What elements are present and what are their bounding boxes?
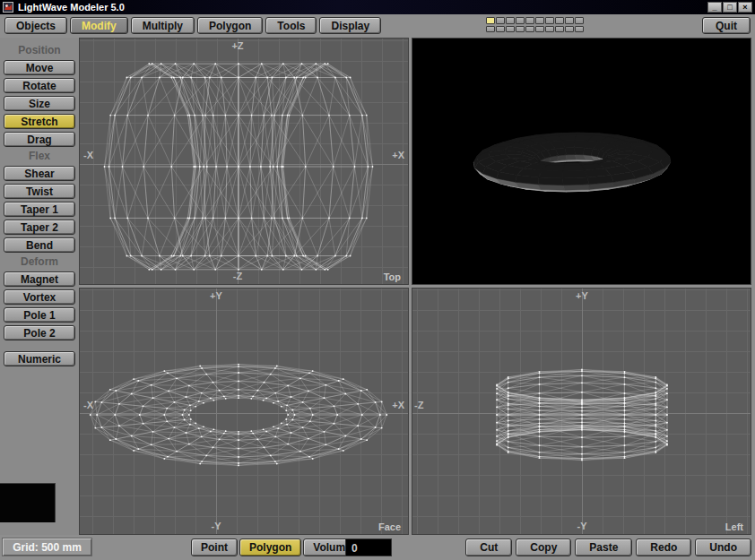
layer-button[interactable]	[486, 26, 495, 32]
menubar: ObjectsModifyMultiplyPolygonToolsDisplay…	[0, 14, 755, 38]
tab-display[interactable]: Display	[319, 17, 381, 34]
layer-row	[486, 26, 584, 32]
menu-tabs: ObjectsModifyMultiplyPolygonToolsDisplay	[4, 17, 381, 34]
axis-label-minus-y: -Y	[212, 521, 221, 531]
axis-label-plus-y: +Y	[576, 290, 588, 301]
tool-magnet[interactable]: Magnet	[4, 271, 75, 287]
layer-button[interactable]	[555, 17, 564, 24]
wireframe-top-view	[80, 39, 408, 284]
close-button[interactable]: ×	[738, 2, 752, 13]
tool-vortex[interactable]: Vortex	[4, 289, 75, 305]
app-window: LightWave Modeler 5.0 _ □ × ObjectsModif…	[0, 0, 755, 560]
tool-shear[interactable]: Shear	[4, 166, 75, 181]
layer-button[interactable]	[535, 17, 544, 24]
axis-label-minus-x: -X	[83, 400, 93, 410]
titlebar: LightWave Modeler 5.0 _ □ ×	[0, 0, 755, 14]
tool-pole-2[interactable]: Pole 2	[4, 325, 75, 340]
wireframe-left-view	[412, 289, 751, 534]
window-title: LightWave Modeler 5.0	[18, 0, 125, 14]
tab-tools[interactable]: Tools	[265, 17, 317, 34]
grid-label: Grid: 500 mm	[13, 541, 82, 554]
viewport-name-top: Top	[384, 271, 401, 282]
tab-multiply[interactable]: Multiply	[131, 17, 195, 34]
tool-twist[interactable]: Twist	[4, 184, 75, 199]
layer-button[interactable]	[525, 26, 534, 32]
tool-rotate[interactable]: Rotate	[4, 78, 75, 93]
tool-pole-1[interactable]: Pole 1	[4, 307, 75, 323]
maximize-button[interactable]: □	[723, 2, 737, 13]
viewport-area: +Z -X +X -Z Top +Y -X +X -Y Face +Y -Z -…	[79, 38, 751, 535]
axis-label-plus-x: +X	[392, 400, 404, 410]
app-icon	[3, 2, 13, 13]
tab-polygon[interactable]: Polygon	[197, 17, 263, 34]
numeric-field[interactable]: 0	[345, 538, 392, 556]
layer-bank	[486, 17, 584, 32]
action-cut[interactable]: Cut	[465, 538, 512, 556]
quit-button[interactable]: Quit	[702, 17, 751, 34]
shaded-preview-render	[412, 39, 751, 284]
axis-label-plus-z: +Z	[231, 40, 243, 51]
numeric-button[interactable]: Numeric	[4, 351, 75, 366]
layer-button[interactable]	[486, 17, 495, 24]
action-paste[interactable]: Paste	[575, 538, 632, 556]
statusbar: Grid: 500 mm PointPolygonVolume 0 CutCop…	[0, 535, 755, 560]
tool-taper-2[interactable]: Taper 2	[4, 220, 75, 235]
layer-button[interactable]	[565, 17, 574, 24]
viewport-preview[interactable]	[412, 38, 751, 285]
layer-button[interactable]	[516, 26, 525, 32]
window-controls: _ □ ×	[707, 2, 752, 13]
action-redo[interactable]: Redo	[636, 538, 691, 556]
layer-button[interactable]	[496, 26, 505, 32]
minimize-button[interactable]: _	[707, 2, 722, 13]
layer-button[interactable]	[575, 17, 584, 24]
layer-button[interactable]	[506, 26, 515, 32]
wireframe-face-view	[80, 289, 408, 534]
layer-button[interactable]	[555, 26, 564, 32]
tool-drag[interactable]: Drag	[4, 132, 75, 147]
tool-bend[interactable]: Bend	[4, 237, 75, 253]
layer-button[interactable]	[545, 26, 554, 32]
action-buttons: CutCopyPasteRedoUndo	[465, 538, 751, 556]
axis-label-minus-z: -Z	[233, 271, 242, 281]
mode-point[interactable]: Point	[191, 538, 238, 556]
tool-stretch[interactable]: Stretch	[4, 114, 75, 129]
mini-preview-box	[0, 483, 56, 522]
layer-button[interactable]	[565, 26, 574, 32]
layer-row	[486, 17, 584, 24]
layer-button[interactable]	[545, 17, 554, 24]
sidebar-sections: PositionMoveRotateSizeStretchDragFlexShe…	[0, 44, 79, 340]
viewport-name-face: Face	[378, 521, 401, 532]
section-title-position: Position	[0, 44, 79, 56]
tool-taper-1[interactable]: Taper 1	[4, 202, 75, 217]
layer-button[interactable]	[535, 26, 544, 32]
tab-modify[interactable]: Modify	[70, 17, 128, 34]
action-undo[interactable]: Undo	[695, 538, 751, 556]
axis-label-minus-y: -Y	[577, 521, 587, 531]
tab-objects[interactable]: Objects	[4, 17, 67, 34]
section-title-flex: Flex	[0, 150, 79, 162]
section-title-deform: Deform	[0, 255, 79, 268]
viewport-top[interactable]: +Z -X +X -Z Top	[79, 38, 409, 285]
tool-move[interactable]: Move	[4, 60, 75, 75]
axis-label-minus-x: -X	[83, 150, 93, 160]
layer-button[interactable]	[516, 17, 525, 24]
tool-size[interactable]: Size	[4, 96, 75, 111]
sidebar: PositionMoveRotateSizeStretchDragFlexShe…	[0, 38, 79, 535]
action-copy[interactable]: Copy	[516, 538, 571, 556]
viewport-face[interactable]: +Y -X +X -Y Face	[79, 288, 409, 535]
layer-button[interactable]	[506, 17, 515, 24]
axis-label-minus-z: -Z	[414, 400, 423, 410]
layer-button[interactable]	[525, 17, 534, 24]
layer-button[interactable]	[575, 26, 584, 32]
mode-polygon[interactable]: Polygon	[239, 538, 301, 556]
layer-button[interactable]	[496, 17, 505, 24]
viewport-left[interactable]: +Y -Z -Y Left	[412, 288, 751, 535]
viewport-name-left: Left	[725, 521, 743, 532]
grid-indicator: Grid: 500 mm	[2, 538, 92, 556]
axis-label-plus-x: +X	[392, 150, 404, 160]
axis-label-plus-y: +Y	[210, 290, 222, 301]
selection-mode-buttons: PointPolygonVolume	[191, 538, 361, 556]
